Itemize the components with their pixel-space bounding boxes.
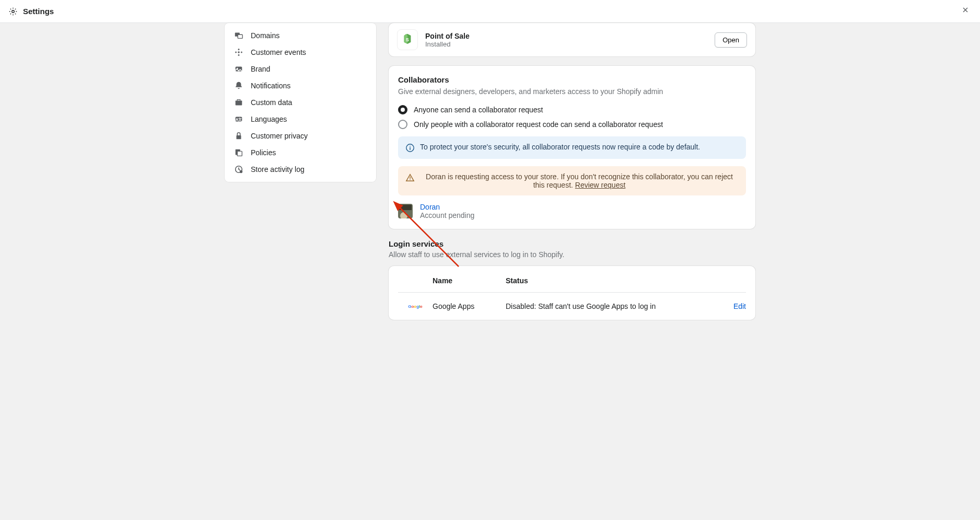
login-services-description: Allow staff to use external services to … [389, 250, 755, 259]
svg-rect-6 [236, 100, 242, 105]
collaborator-request-alert: Doran is requesting access to your store… [398, 166, 746, 195]
collaborators-title: Collaborators [398, 75, 746, 84]
gear-icon [8, 7, 18, 16]
brand-icon [234, 64, 243, 74]
svg-point-3 [238, 51, 240, 53]
collaborator-name-link[interactable]: Doran [420, 203, 474, 211]
info-alert-text: To protect your store's security, all co… [420, 143, 700, 151]
login-services-section: Login services Allow staff to use extern… [389, 239, 755, 320]
collaborators-description: Give external designers, developers, and… [398, 87, 746, 96]
sidebar-item-store-activity-log[interactable]: Store activity log [225, 161, 376, 178]
main-content: S Point of Sale Installed Open Collabora… [389, 23, 755, 329]
pos-card: S Point of Sale Installed Open [389, 23, 755, 56]
warning-icon [405, 173, 415, 182]
close-icon [961, 6, 970, 16]
page-title: Settings [23, 7, 54, 16]
sidebar-item-label: Brand [251, 65, 270, 73]
sidebar-item-domains[interactable]: Domains [225, 27, 376, 44]
languages-icon: A文 [234, 114, 243, 124]
sidebar-item-brand[interactable]: Brand [225, 61, 376, 77]
activity-icon [234, 165, 243, 174]
sidebar-item-customer-privacy[interactable]: Customer privacy [225, 128, 376, 144]
svg-rect-9 [237, 135, 241, 139]
sidebar-item-label: Customer privacy [251, 132, 308, 140]
warn-alert-text: Doran is requesting access to your store… [420, 172, 739, 189]
login-service-row: Google Google Apps Disabled: Staff can't… [398, 293, 746, 320]
pos-title: Point of Sale [425, 32, 707, 40]
sidebar-item-label: Notifications [251, 82, 290, 90]
domains-icon [234, 31, 243, 40]
lock-icon [234, 131, 243, 141]
sidebar-item-label: Store activity log [251, 165, 305, 174]
open-pos-button[interactable]: Open [715, 32, 747, 48]
sidebar-item-custom-data[interactable]: Custom data [225, 94, 376, 111]
info-icon [405, 143, 415, 153]
svg-rect-2 [238, 34, 242, 38]
column-header-status: Status [506, 276, 715, 285]
svg-rect-11 [237, 151, 242, 156]
sidebar-item-label: Customer events [251, 48, 306, 56]
shopify-pos-icon: S [397, 29, 418, 50]
sidebar-item-label: Policies [251, 148, 276, 157]
policies-icon [234, 148, 243, 157]
sidebar-item-policies[interactable]: Policies [225, 144, 376, 161]
edit-login-service-link[interactable]: Edit [733, 302, 746, 310]
google-icon: Google [408, 304, 423, 309]
close-button[interactable] [959, 4, 972, 19]
svg-text:S: S [406, 37, 409, 42]
settings-header: Settings [0, 0, 980, 23]
login-services-title: Login services [389, 239, 755, 248]
review-request-link[interactable]: Review request [575, 181, 626, 189]
sidebar-item-label: Domains [251, 31, 279, 40]
pos-subtitle: Installed [425, 40, 707, 48]
collaborators-card: Collaborators Give external designers, d… [389, 66, 755, 229]
radio-icon [398, 120, 407, 129]
sidebar-item-label: Custom data [251, 98, 292, 107]
events-icon [234, 48, 243, 57]
login-table-header: Name Status [398, 266, 746, 293]
collaborator-status: Account pending [420, 211, 474, 219]
briefcase-icon [234, 98, 243, 107]
collaborator-avatar [398, 204, 413, 218]
collaborator-entry: Doran Account pending [398, 203, 746, 219]
login-services-card: Name Status Google Google Apps Disabled:… [389, 266, 755, 320]
radio-label: Anyone can send a collaborator request [414, 106, 543, 114]
radio-code-only[interactable]: Only people with a collaborator request … [398, 120, 746, 129]
column-header-name: Name [433, 276, 506, 285]
sidebar-item-label: Languages [251, 115, 287, 123]
svg-point-0 [12, 10, 15, 13]
login-service-name: Google Apps [433, 302, 506, 310]
radio-icon [398, 105, 407, 114]
sidebar-item-notifications[interactable]: Notifications [225, 77, 376, 94]
radio-anyone[interactable]: Anyone can send a collaborator request [398, 105, 746, 114]
sidebar-item-languages[interactable]: A文 Languages [225, 111, 376, 128]
bell-icon [234, 81, 243, 90]
security-info-alert: To protect your store's security, all co… [398, 136, 746, 159]
svg-text:A文: A文 [236, 117, 242, 122]
sidebar-item-customer-events[interactable]: Customer events [225, 44, 376, 61]
svg-point-13 [240, 170, 242, 173]
radio-label: Only people with a collaborator request … [414, 120, 663, 129]
login-service-status: Disabled: Staff can't use Google Apps to… [506, 302, 715, 310]
settings-sidebar: Domains Customer events Brand Notificati… [225, 23, 376, 182]
